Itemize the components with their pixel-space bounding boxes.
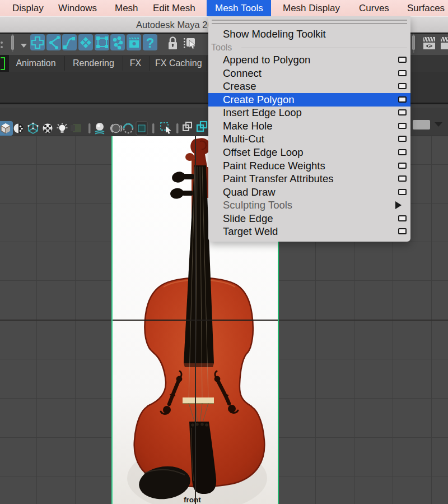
svg-text:front: front — [184, 496, 201, 504]
svg-text:?: ? — [146, 35, 155, 50]
